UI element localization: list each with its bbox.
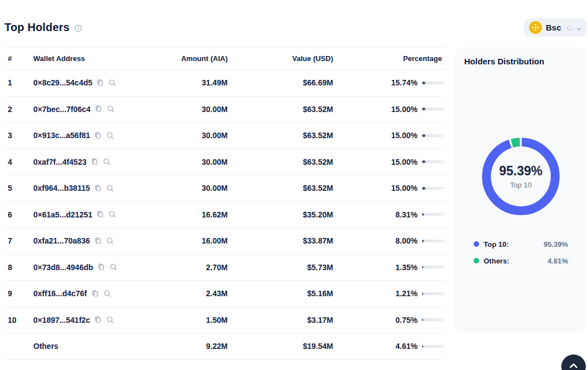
legend-dot-others: [474, 258, 479, 263]
percentage-text: 15.00%: [391, 158, 418, 166]
table-row: 1 0×8c29...54c4d5 31.49M $66.69M 15.74%: [4, 70, 446, 97]
distribution-title: Holders Distribution: [455, 47, 586, 66]
table-row: 2 0×7bec...7f06c4 30.00M $63.52M 15.00%: [4, 97, 446, 123]
wallet-address[interactable]: 0×913c...a56f81: [33, 131, 90, 140]
search-icon[interactable]: [106, 316, 114, 324]
value-cell: $63.52M: [230, 184, 335, 192]
rank-cell: 5: [4, 184, 30, 192]
amount-cell: 30.00M: [141, 158, 230, 166]
copy-icon[interactable]: [91, 290, 99, 298]
percentage-cell: 0.75%: [335, 316, 446, 325]
percentage-cell: 1.35%: [335, 263, 446, 272]
address-cell: 0xaf7f...4f4523: [30, 158, 141, 166]
address-cell: 0xf964...b38115: [30, 184, 141, 192]
value-cell: $5.16M: [230, 289, 335, 298]
search-icon[interactable]: [108, 210, 117, 219]
holders-distribution-panel: Holders Distribution 95.39% Top 10 Top 1…: [455, 47, 586, 332]
legend-item-top10[interactable]: Top 10: 95.39%: [474, 236, 568, 252]
percentage-bar: [422, 240, 444, 242]
address-cell: 0×1897...541f2c: [30, 316, 141, 325]
copy-icon[interactable]: [97, 263, 105, 271]
percentage-bar-fill: [422, 134, 425, 137]
percentage-bar-fill: [422, 160, 425, 163]
copy-icon[interactable]: [94, 105, 103, 113]
rank-cell: 2: [4, 105, 30, 114]
copy-icon[interactable]: [94, 184, 102, 192]
percentage-cell: 15.74%: [335, 78, 446, 87]
wallet-address[interactable]: 0xf964...b38115: [33, 184, 90, 192]
wallet-address[interactable]: 0xfa21...70a836: [33, 236, 90, 245]
table-row: 8 0×73d8...4946db 2.70M $5.73M 1.35%: [4, 255, 446, 281]
chevron-down-icon[interactable]: [576, 24, 582, 31]
copy-icon[interactable]: [94, 237, 102, 245]
scroll-to-top-button[interactable]: [561, 354, 586, 370]
wallet-address[interactable]: 0xff16...d4c76f: [33, 289, 87, 298]
legend-value: 95.39%: [544, 240, 568, 249]
table-row: 10 0×1897...541f2c 1.50M $3.17M 0.75%: [4, 307, 446, 334]
search-icon[interactable]: [109, 263, 118, 271]
chain-selector[interactable]: Bsc: [524, 18, 587, 37]
percentage-cell: 8.31%: [335, 210, 446, 219]
percentage-bar-fill: [422, 318, 423, 321]
rank-cell: 6: [4, 210, 30, 219]
percentage-text: 0.75%: [395, 316, 418, 325]
percentage-bar: [422, 82, 444, 84]
wallet-address[interactable]: 0xaf7f...4f4523: [33, 158, 87, 166]
wallet-address[interactable]: 0×7bec...7f06c4: [33, 105, 91, 114]
table-body: 1 0×8c29...54c4d5 31.49M $66.69M 15.74%: [4, 70, 446, 360]
col-amount: Amount (AIA): [141, 54, 230, 63]
search-icon[interactable]: [103, 158, 111, 166]
legend-value: 4.61%: [547, 257, 568, 265]
value-cell: $35.20M: [230, 210, 335, 219]
address-cell: 0xff16...d4c76f: [30, 289, 141, 298]
wallet-address[interactable]: Others: [33, 342, 58, 351]
percentage-text: 8.00%: [395, 236, 418, 245]
amount-cell: 1.50M: [141, 316, 230, 325]
percentage-bar: [422, 213, 444, 216]
col-percentage: Percentage: [335, 54, 446, 63]
chain-label: Bsc: [546, 23, 561, 32]
copy-icon[interactable]: [96, 79, 104, 87]
value-cell: $66.69M: [230, 78, 335, 87]
value-cell: $3.17M: [230, 316, 335, 325]
search-icon[interactable]: [106, 237, 114, 245]
search-icon[interactable]: [108, 79, 117, 87]
wallet-address[interactable]: 0×73d8...4946db: [33, 263, 93, 272]
percentage-bar: [422, 318, 444, 321]
table-row: 6 0×61a5...d21251 16.62M $35.20M 8.31%: [4, 202, 446, 229]
percentage-bar-fill: [422, 108, 425, 110]
percentage-bar-fill: [422, 213, 424, 216]
refresh-spinner-icon[interactable]: [566, 23, 572, 32]
info-icon[interactable]: [74, 24, 82, 32]
col-wallet-address: Wallet Address: [30, 54, 141, 63]
search-icon[interactable]: [106, 184, 114, 192]
copy-icon[interactable]: [94, 131, 102, 140]
top-holders-table: # Wallet Address Amount (AIA) Value (USD…: [4, 47, 446, 360]
percentage-bar-fill: [422, 292, 423, 295]
table-row: Others 9.22M $19.54M 4.61%: [4, 333, 446, 360]
percentage-cell: 15.00%: [335, 158, 446, 166]
col-value: Value (USD): [230, 54, 335, 63]
percentage-text: 15.00%: [391, 105, 418, 114]
table-row: 9 0xff16...d4c76f 2.43M $5.16M 1.21%: [4, 281, 446, 307]
copy-icon[interactable]: [91, 158, 99, 166]
wallet-address[interactable]: 0×1897...541f2c: [33, 316, 90, 325]
bnb-chain-icon: [529, 21, 542, 34]
search-icon[interactable]: [103, 290, 112, 298]
percentage-cell: 4.61%: [335, 342, 446, 351]
copy-icon[interactable]: [94, 316, 102, 324]
amount-cell: 16.62M: [141, 210, 230, 219]
percentage-bar-fill: [422, 240, 424, 242]
amount-cell: 30.00M: [141, 184, 230, 192]
search-icon[interactable]: [107, 105, 115, 113]
search-icon[interactable]: [106, 131, 114, 140]
page-title: Top Holders: [4, 21, 69, 34]
percentage-bar: [422, 345, 444, 348]
donut-top10-arc: [485, 141, 556, 211]
copy-icon[interactable]: [96, 210, 104, 219]
wallet-address[interactable]: 0×61a5...d21251: [33, 210, 92, 219]
legend-item-others[interactable]: Others: 4.61%: [474, 252, 568, 269]
address-cell: 0×913c...a56f81: [30, 131, 141, 140]
table-row: 4 0xaf7f...4f4523 30.00M $63.52M 15.00%: [4, 149, 446, 176]
wallet-address[interactable]: 0×8c29...54c4d5: [33, 78, 92, 87]
